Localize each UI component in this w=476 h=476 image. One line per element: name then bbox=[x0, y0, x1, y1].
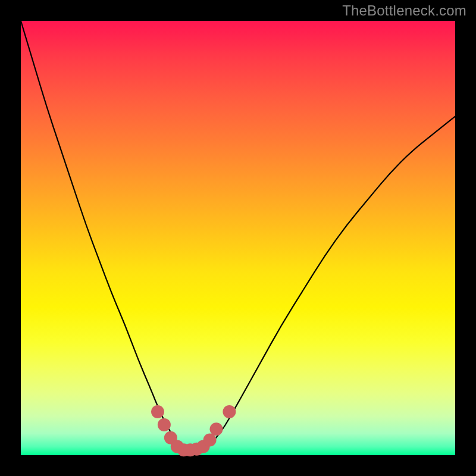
bottleneck-curve bbox=[21, 21, 455, 454]
marker-dot bbox=[223, 405, 236, 418]
marker-dot bbox=[210, 422, 223, 436]
plot-area bbox=[21, 21, 455, 455]
curve-path bbox=[21, 21, 455, 454]
marker-dot bbox=[158, 418, 171, 431]
chart-frame: TheBottleneck.com bbox=[0, 0, 476, 476]
marker-dot bbox=[151, 405, 164, 418]
marker-dot bbox=[203, 433, 217, 446]
watermark-text: TheBottleneck.com bbox=[342, 2, 466, 19]
valley-markers bbox=[151, 405, 236, 456]
curve-svg bbox=[21, 21, 455, 455]
